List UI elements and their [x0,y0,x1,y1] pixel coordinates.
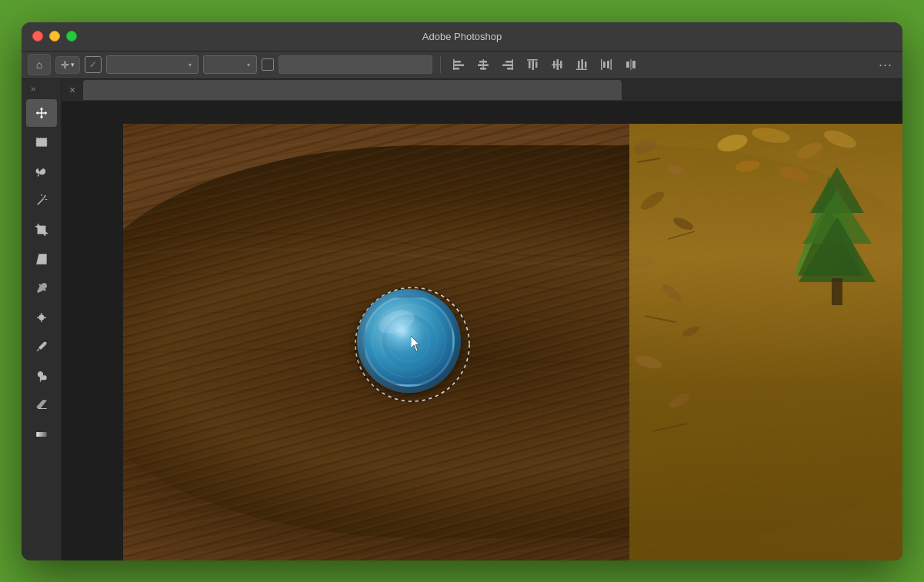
align-left-button[interactable] [449,55,469,75]
transform-controls-checkbox[interactable] [262,58,274,71]
photo-background [123,124,902,560]
svg-point-49 [665,163,685,177]
svg-point-39 [39,315,44,320]
svg-rect-15 [527,59,538,61]
svg-rect-29 [632,61,635,68]
svg-rect-24 [601,59,602,70]
align-bottom-button[interactable] [572,55,592,75]
svg-rect-13 [532,59,535,70]
svg-rect-11 [512,59,514,70]
cap-detail-svg [357,289,461,393]
perspective-crop-button[interactable] [26,245,57,273]
home-icon: ⌂ [36,58,42,71]
move-tool-button[interactable] [26,99,57,127]
svg-rect-7 [483,59,485,70]
tab-bar: × [62,79,902,102]
bottle-cap [357,289,461,393]
top-leaves-svg [709,124,863,185]
magic-wand-tool-button[interactable] [26,187,57,215]
svg-rect-12 [529,61,531,68]
svg-line-70 [316,316,328,324]
distribute-left-button[interactable] [596,55,616,75]
svg-point-63 [751,125,791,145]
svg-rect-61 [832,278,842,305]
lasso-tool-button[interactable] [26,158,57,185]
svg-rect-21 [582,59,584,70]
maximize-button[interactable] [66,31,77,42]
svg-point-48 [632,137,659,156]
svg-rect-9 [502,65,513,67]
svg-rect-26 [607,61,609,68]
svg-rect-23 [576,69,587,71]
auto-select-checkbox[interactable]: ✓ [85,56,102,73]
layer-select-dropdown[interactable]: ▾ [106,55,198,74]
healing-brush-button[interactable] [26,304,57,331]
tab-close-button[interactable]: × [65,82,80,98]
svg-rect-22 [585,62,587,68]
pine-needles-svg [795,167,879,305]
blending-dropdown[interactable]: ▾ [203,55,257,74]
tools-panel: » [22,79,62,560]
svg-rect-30 [631,59,632,70]
gradient-tool-button[interactable] [26,421,57,448]
canvas-area[interactable] [62,102,902,560]
svg-rect-47 [36,432,47,437]
eraser-tool-button[interactable] [26,391,57,419]
svg-rect-3 [453,59,455,70]
move-tool-options[interactable]: ✛ ▾ [55,56,80,74]
svg-rect-19 [552,65,562,66]
svg-line-32 [38,174,38,175]
svg-line-35 [44,195,45,197]
collapse-toolbar-button[interactable]: » [28,82,38,95]
eyedropper-tool-button[interactable] [26,274,57,302]
more-options-button[interactable]: ··· [875,55,896,75]
svg-line-71 [224,343,247,347]
svg-line-33 [37,198,43,205]
align-right-button[interactable] [498,55,518,75]
svg-point-44 [38,371,42,376]
options-bar: ⌂ ✛ ▾ ✓ ▾ ▾ [22,52,902,79]
align-center-v-button[interactable] [547,55,567,75]
svg-rect-25 [603,62,605,68]
svg-rect-28 [626,62,629,68]
document-tab[interactable] [83,80,622,100]
move-icon: ✛ [61,59,69,71]
minimize-button[interactable] [49,31,60,42]
content-panel: × [62,79,902,560]
svg-point-62 [716,131,749,155]
toolbar-toggle-area: » [22,82,61,95]
chevron-down-icon-2: ▾ [247,62,250,68]
marquee-tool-button[interactable] [26,128,57,156]
window-title: Adobe Photoshop [422,31,502,42]
separator-1 [440,56,441,73]
svg-point-66 [735,158,761,173]
distribute-center-button[interactable] [621,55,641,75]
clone-stamp-button[interactable] [26,362,57,390]
svg-point-51 [672,215,695,232]
brush-tool-button[interactable] [26,333,57,361]
svg-line-57 [637,158,660,162]
wide-input[interactable] [279,55,432,74]
close-icon: × [69,84,75,96]
titlebar: Adobe Photoshop [22,22,902,52]
close-button[interactable] [32,31,43,42]
svg-line-68 [201,270,216,274]
home-button[interactable]: ⌂ [28,54,51,75]
crop-tool-button[interactable] [26,216,57,244]
svg-line-69 [239,289,262,293]
svg-line-58 [668,231,695,239]
dropdown-arrow-icon: ▾ [71,61,75,68]
svg-point-50 [639,188,668,212]
photo-canvas [123,124,902,560]
align-center-h-button[interactable] [473,55,493,75]
svg-rect-1 [453,65,464,67]
main-area: » [22,79,902,560]
check-icon: ✓ [89,59,97,70]
chevron-down-icon: ▾ [188,62,192,68]
svg-rect-37 [38,226,45,233]
align-top-button[interactable] [522,55,542,75]
ellipsis-icon: ··· [879,57,892,73]
svg-rect-31 [36,138,47,146]
application-window: Adobe Photoshop ⌂ ✛ ▾ ✓ ▾ ▾ [22,22,902,560]
svg-rect-20 [578,61,580,68]
